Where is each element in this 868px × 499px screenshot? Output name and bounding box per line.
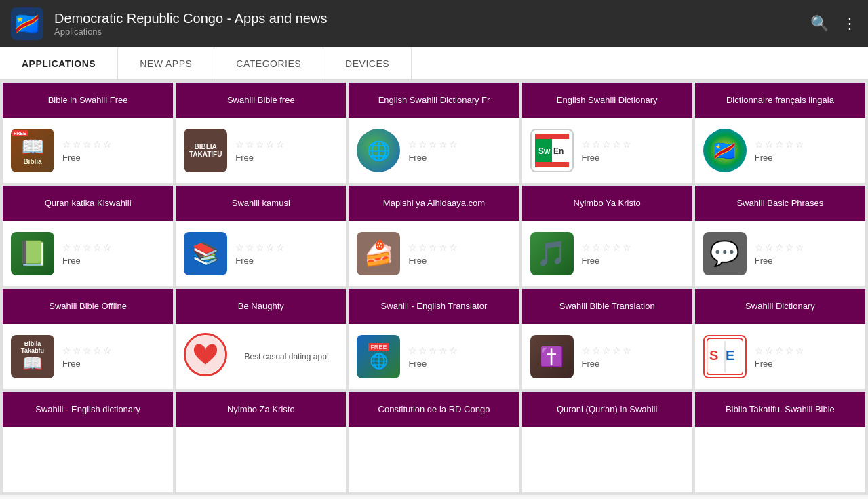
app-price: Free: [62, 359, 165, 369]
star-rating: ☆☆☆☆☆: [408, 242, 511, 253]
nav-applications[interactable]: Applications: [0, 47, 118, 79]
list-item[interactable]: Swahili Bible Translation ✝️ ☆☆☆☆☆ Free: [522, 289, 692, 389]
app-meta: ☆☆☆☆☆ Free: [582, 139, 684, 163]
star-rating: ☆☆☆☆☆: [235, 139, 338, 150]
svg-text:Sw: Sw: [538, 146, 551, 156]
list-item[interactable]: Bible in Swahili Free FREE 📖 Biblia ☆☆☆☆…: [3, 83, 173, 183]
app-meta: Best casual dating app!: [235, 352, 338, 361]
app-icon: 🇨🇩: [703, 129, 747, 172]
list-item[interactable]: Dictionnaire français lingala 🇨🇩 ☆☆☆☆☆ F…: [695, 83, 865, 183]
app-price: Free: [235, 256, 338, 266]
star-rating: ☆☆☆☆☆: [582, 139, 684, 150]
search-icon[interactable]: 🔍: [810, 15, 829, 33]
app-body: FREE 🌐 ☆☆☆☆☆ Free: [349, 324, 519, 389]
app-price: Free: [62, 256, 165, 266]
app-title: Swahili Bible Offline: [3, 289, 173, 324]
app-price: Free: [582, 256, 684, 266]
app-meta: ☆☆☆☆☆ Free: [235, 242, 338, 266]
list-item[interactable]: Swahili Basic Phrases 💬 ☆☆☆☆☆ Free: [695, 186, 865, 286]
app-meta: ☆☆☆☆☆ Free: [62, 139, 165, 163]
app-meta: ☆☆☆☆☆ Free: [582, 345, 684, 369]
app-meta: ☆☆☆☆☆ Free: [62, 242, 165, 266]
app-body: 🎵 ☆☆☆☆☆ Free: [522, 221, 692, 286]
app-title: Dictionnaire français lingala: [695, 83, 865, 118]
list-item[interactable]: Quran katika Kiswahili 📗 ☆☆☆☆☆ Free: [3, 186, 173, 286]
list-item[interactable]: Swahili Dictionary S E ☆☆☆☆☆ Free: [695, 289, 865, 389]
star-rating: ☆☆☆☆☆: [235, 242, 338, 253]
app-icon: 📚: [184, 232, 227, 275]
app-title: Nyimbo Ya Kristo: [522, 186, 692, 221]
app-price: Free: [408, 359, 511, 369]
nav-new-apps[interactable]: New apps: [118, 47, 214, 79]
app-title: Swahili Bible free: [176, 83, 346, 118]
app-title: Biblia Takatifu. Swahili Bible: [695, 392, 865, 427]
app-title: English Swahili Dictionary: [522, 83, 692, 118]
star-rating: ☆☆☆☆☆: [62, 345, 165, 356]
app-meta: ☆☆☆☆☆ Free: [235, 139, 338, 163]
app-body: BIBLIATAKATIFU ☆☆☆☆☆ Free: [176, 118, 346, 183]
app-body: 🍰 ☆☆☆☆☆ Free: [349, 221, 519, 286]
list-item[interactable]: Swahili Bible Offline BibliaTakatifu 📖 ☆…: [3, 289, 173, 389]
app-body: 💬 ☆☆☆☆☆ Free: [695, 221, 865, 286]
list-item[interactable]: Swahili - English Translator FREE 🌐 ☆☆☆☆…: [349, 289, 519, 389]
app-title: Swahili Dictionary: [695, 289, 865, 324]
app-icon: 💬: [703, 232, 747, 275]
app-icon: FREE 📖 Biblia: [11, 129, 54, 172]
nav-categories[interactable]: Categories: [214, 47, 323, 79]
app-price: Free: [582, 153, 684, 163]
star-rating: ☆☆☆☆☆: [582, 242, 684, 253]
svg-rect-2: [535, 134, 569, 139]
app-price: Free: [408, 256, 511, 266]
app-price: Free: [408, 153, 511, 163]
app-body: ✝️ ☆☆☆☆☆ Free: [522, 324, 692, 389]
app-meta: ☆☆☆☆☆ Free: [755, 139, 857, 163]
app-grid: Bible in Swahili Free FREE 📖 Biblia ☆☆☆☆…: [0, 80, 868, 495]
app-title: Be Naughty: [176, 289, 346, 324]
app-meta: ☆☆☆☆☆ Free: [408, 139, 511, 163]
app-title: Quran katika Kiswahili: [3, 186, 173, 221]
app-price: Free: [755, 256, 857, 266]
app-title: Mapishi ya Alhidaaya.com: [349, 186, 519, 221]
app-price: Free: [235, 153, 338, 163]
navigation-bar: Applications New apps Categories Devices: [0, 47, 868, 80]
header-text: Democratic Republic Congo - Apps and new…: [54, 11, 800, 37]
app-body: FREE 📖 Biblia ☆☆☆☆☆ Free: [3, 118, 173, 183]
list-item[interactable]: English Swahili Dictionary Fr 🌐 ☆☆☆☆☆ Fr…: [349, 83, 519, 183]
list-item[interactable]: Nyimbo Ya Kristo 🎵 ☆☆☆☆☆ Free: [522, 186, 692, 286]
app-body: Sw En ☆☆☆☆☆ Free: [522, 118, 692, 183]
star-rating: ☆☆☆☆☆: [755, 345, 857, 356]
more-options-icon[interactable]: ⋮: [842, 15, 857, 33]
list-item[interactable]: Nyimbo Za Kristo: [176, 392, 346, 492]
list-item[interactable]: Biblia Takatifu. Swahili Bible: [695, 392, 865, 492]
app-meta: ☆☆☆☆☆ Free: [582, 242, 684, 266]
list-item[interactable]: English Swahili Dictionary Sw En ☆☆☆☆☆ F…: [522, 83, 692, 183]
list-item[interactable]: Constitution de la RD Congo: [349, 392, 519, 492]
app-icon: 🎵: [530, 232, 574, 275]
app-title: Swahili - English Translator: [349, 289, 519, 324]
list-item[interactable]: Mapishi ya Alhidaaya.com 🍰 ☆☆☆☆☆ Free: [349, 186, 519, 286]
app-icon: Sw En: [530, 129, 574, 172]
app-meta: ☆☆☆☆☆ Free: [408, 345, 511, 369]
app-title: Bible in Swahili Free: [3, 83, 173, 118]
app-body: 📗 ☆☆☆☆☆ Free: [3, 221, 173, 286]
app-body: S E ☆☆☆☆☆ Free: [695, 324, 865, 389]
app-body: BibliaTakatifu 📖 ☆☆☆☆☆ Free: [3, 324, 173, 389]
list-item[interactable]: Swahili Bible free BIBLIATAKATIFU ☆☆☆☆☆ …: [176, 83, 346, 183]
app-logo: 🇨🇩: [11, 7, 43, 40]
app-icon: BibliaTakatifu 📖: [11, 335, 54, 378]
list-item[interactable]: Qurani (Qur'an) in Swahili: [522, 392, 692, 492]
app-title: English Swahili Dictionary Fr: [349, 83, 519, 118]
app-icon: [184, 333, 227, 376]
star-rating: ☆☆☆☆☆: [408, 139, 511, 150]
svg-rect-3: [535, 162, 569, 167]
list-item[interactable]: Be Naughty Best casual dating app!: [176, 289, 346, 389]
app-tagline: Best casual dating app!: [235, 352, 338, 361]
app-price: Free: [582, 359, 684, 369]
list-item[interactable]: Swahili kamusi 📚 ☆☆☆☆☆ Free: [176, 186, 346, 286]
list-item[interactable]: Swahili - English dictionary: [3, 392, 173, 492]
star-rating: ☆☆☆☆☆: [755, 139, 857, 150]
star-rating: ☆☆☆☆☆: [62, 139, 165, 150]
app-title: Swahili - English dictionary: [3, 392, 173, 427]
nav-devices[interactable]: Devices: [323, 47, 412, 79]
app-title: Nyimbo Za Kristo: [176, 392, 346, 427]
